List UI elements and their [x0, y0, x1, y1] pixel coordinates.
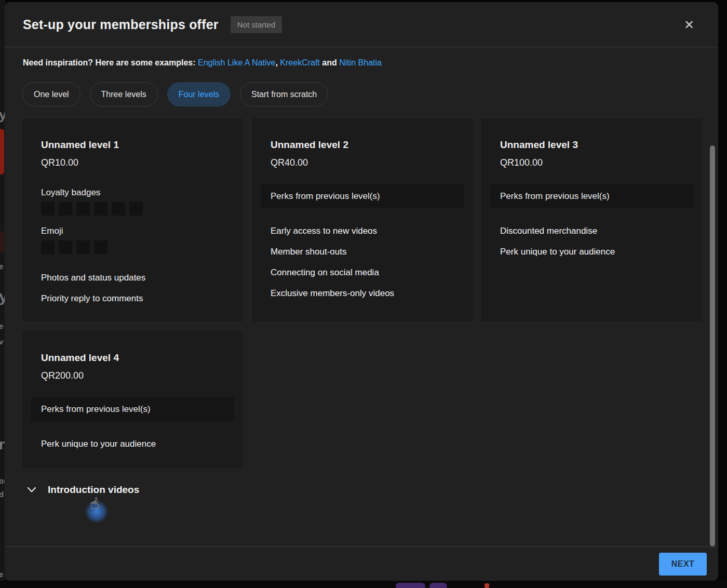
level-name: Unnamed level 2: [271, 139, 454, 151]
badge-swatch: [59, 240, 72, 254]
inherited-perks-row: Perks from previous level(s): [261, 184, 464, 208]
chip-four-levels[interactable]: Four levels: [167, 82, 231, 106]
status-badge: Not started: [231, 16, 282, 33]
chip-three-levels[interactable]: Three levels: [90, 82, 158, 106]
next-button[interactable]: NEXT: [659, 553, 707, 576]
background-pill-fragment: [396, 583, 425, 588]
badge-swatch: [76, 240, 90, 254]
inspiration-prefix: Need inspiration? Here are some examples…: [23, 58, 198, 67]
background-text-fragment: e: [0, 262, 3, 270]
dialog-body: Need inspiration? Here are some examples…: [5, 58, 718, 496]
level-price: QR10.00: [41, 157, 224, 168]
level-name: Unnamed level 1: [41, 139, 224, 151]
example-link-kreekcraft[interactable]: KreekCraft: [280, 58, 319, 67]
perk-item: Priority reply to comments: [41, 288, 224, 309]
dialog-header: Set-up your memberships offer Not starte…: [5, 2, 718, 47]
level-card-1[interactable]: Unnamed level 1 QR10.00 Loyalty badges E…: [22, 118, 243, 322]
level-price: QR200.00: [41, 370, 224, 381]
example-link-nitin-bhatia[interactable]: Nitin Bhatia: [339, 58, 382, 67]
chip-start-from-scratch[interactable]: Start from scratch: [240, 82, 328, 106]
badge-swatch: [94, 202, 107, 216]
close-icon: ✕: [684, 18, 694, 32]
perk-group-loyalty-badges: Loyalty badges: [41, 188, 224, 216]
dimmed-background-bottom-edge: [0, 581, 727, 588]
inspiration-text: Need inspiration? Here are some examples…: [22, 58, 701, 68]
perk-list: Discounted merchandise Perk unique to yo…: [500, 221, 683, 262]
badge-swatch: [129, 202, 143, 216]
level-card-4[interactable]: Unnamed level 4 QR200.00 Perks from prev…: [22, 331, 243, 469]
background-text-fragment: e: [0, 322, 3, 330]
level-price: QR100.00: [500, 157, 683, 168]
level-name: Unnamed level 4: [41, 352, 224, 364]
inherited-perks-row: Perks from previous level(s): [31, 397, 234, 421]
badge-swatch: [112, 202, 125, 216]
perk-item: Discounted merchandise: [500, 221, 683, 242]
perk-item: Photos and status updates: [41, 268, 224, 288]
memberships-offer-dialog: Set-up your memberships offer Not starte…: [5, 2, 718, 581]
perk-group-emoji: Emoji: [41, 226, 224, 254]
perk-item: Perk unique to your audience: [41, 434, 224, 455]
emoji-swatches: [41, 240, 224, 254]
perk-item: Exclusive members-only videos: [271, 283, 454, 304]
template-chip-row: One level Three levels Four levels Start…: [22, 82, 701, 106]
screen: yeyevnoıde Set-up your memberships offer…: [0, 0, 727, 588]
badge-swatch: [76, 202, 90, 216]
level-card-3[interactable]: Unnamed level 3 QR100.00 Perks from prev…: [481, 118, 702, 322]
level-name: Unnamed level 3: [500, 139, 683, 151]
perk-list: Photos and status updates Priority reply…: [41, 268, 224, 309]
introduction-videos-toggle[interactable]: Introduction videos: [22, 484, 701, 496]
level-card-2[interactable]: Unnamed level 2 QR40.00 Perks from previ…: [252, 118, 473, 322]
badge-swatch: [41, 202, 55, 216]
background-text-fragment: d: [0, 490, 4, 498]
click-ripple: [85, 501, 109, 523]
example-link-english-like-a-native[interactable]: English Like A Native: [198, 58, 275, 67]
section-title: Introduction videos: [48, 484, 139, 496]
separator-comma: ,: [275, 58, 280, 67]
badge-swatch: [59, 202, 72, 216]
scrollbar-thumb[interactable]: [710, 145, 715, 546]
perk-item: Member shout-outs: [271, 242, 454, 262]
page-title: Set-up your memberships offer: [23, 17, 219, 32]
hand-pointer-icon: ☝: [89, 494, 101, 513]
background-red-icon-fragment: [484, 583, 489, 588]
loyalty-badge-swatches: [41, 202, 224, 216]
inherited-perks-row: Perks from previous level(s): [490, 184, 693, 208]
dialog-footer: NEXT: [5, 546, 718, 581]
background-text-fragment: e: [0, 570, 3, 578]
separator-and: and: [320, 58, 339, 67]
perk-item: Connecting on social media: [271, 262, 454, 283]
badge-swatch: [94, 240, 107, 254]
background-text-fragment: v: [0, 338, 3, 345]
chevron-down-icon: [27, 487, 36, 493]
close-button[interactable]: ✕: [681, 17, 697, 33]
chip-one-level[interactable]: One level: [22, 82, 80, 106]
perk-list: Perk unique to your audience: [41, 434, 224, 455]
mouse-cursor: ☝: [84, 495, 115, 526]
perk-item: Perk unique to your audience: [500, 242, 683, 262]
levels-grid: Unnamed level 1 QR10.00 Loyalty badges E…: [22, 118, 701, 469]
perk-list: Early access to new videos Member shout-…: [271, 221, 454, 304]
badge-swatch: [41, 240, 55, 254]
level-price: QR40.00: [271, 157, 454, 168]
background-thumbnail-fragment: [0, 129, 4, 175]
perk-item: Early access to new videos: [271, 221, 454, 242]
background-pill-fragment: [429, 583, 447, 588]
